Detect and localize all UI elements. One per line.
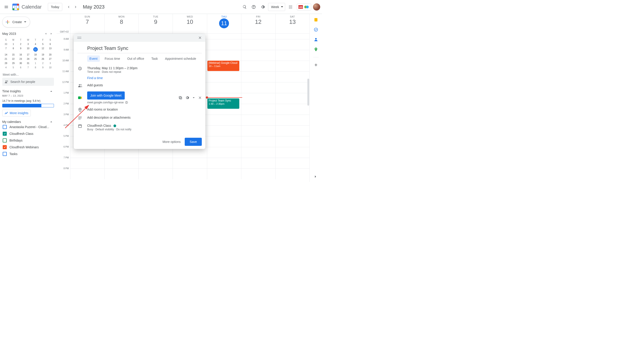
grid-cell[interactable]: [138, 158, 172, 168]
event-type-tab[interactable]: Appointment schedule: [163, 56, 198, 62]
mini-day[interactable]: 20: [46, 52, 54, 57]
calendar-checkbox[interactable]: [3, 145, 7, 149]
mini-day[interactable]: 3: [24, 42, 32, 46]
grid-cell[interactable]: [241, 158, 275, 168]
chevron-down-icon[interactable]: [192, 96, 196, 100]
mini-day[interactable]: 6: [46, 42, 54, 46]
grid-cell[interactable]: [207, 136, 241, 147]
grid-cell[interactable]: [207, 126, 241, 136]
grid-cell[interactable]: [172, 168, 207, 179]
contacts-addon-button[interactable]: [314, 37, 318, 42]
grid-cell[interactable]: [241, 114, 275, 126]
more-options-button[interactable]: More options: [162, 140, 181, 144]
today-button[interactable]: Today: [48, 3, 62, 11]
mini-day[interactable]: 8: [32, 66, 39, 70]
grid-cell[interactable]: [241, 104, 275, 114]
mini-day[interactable]: 30: [17, 61, 24, 66]
day-header[interactable]: TUE9: [138, 14, 172, 34]
mini-day[interactable]: 25: [32, 57, 39, 61]
grid-scrollbar[interactable]: [307, 34, 310, 182]
tasks-addon-button[interactable]: [314, 28, 318, 32]
mini-day[interactable]: 17: [24, 52, 32, 57]
grid-cell[interactable]: [207, 158, 241, 168]
close-modal-button[interactable]: [196, 34, 204, 41]
grid-cell[interactable]: [241, 126, 275, 136]
calendar-event[interactable]: Project Team Sync1:30 – 2:30pm: [208, 98, 239, 109]
mini-day[interactable]: 28: [2, 61, 10, 66]
mini-day[interactable]: 7: [2, 46, 10, 52]
grid-cell[interactable]: [207, 39, 241, 50]
mini-day[interactable]: 16: [17, 52, 24, 57]
event-type-tab[interactable]: Event: [87, 56, 100, 62]
mini-day[interactable]: 12: [39, 46, 46, 52]
mini-day[interactable]: 5: [10, 66, 17, 70]
maps-addon-button[interactable]: [314, 47, 318, 52]
find-a-time-link[interactable]: Find a time: [87, 76, 202, 80]
grid-cell[interactable]: [275, 93, 310, 104]
grid-cell[interactable]: [241, 50, 275, 61]
day-header[interactable]: SUN7: [70, 14, 104, 34]
time-insights-header[interactable]: Time Insights: [2, 90, 54, 93]
mini-day[interactable]: 9: [39, 66, 46, 70]
day-header[interactable]: SAT13: [275, 14, 310, 34]
search-button[interactable]: [240, 2, 249, 12]
calendar-checkbox[interactable]: [3, 132, 7, 136]
event-type-tab[interactable]: Out of office: [125, 56, 146, 62]
add-guests-input[interactable]: Add guests: [87, 83, 202, 87]
mini-day[interactable]: 30: [2, 42, 10, 46]
grid-cell[interactable]: [241, 136, 275, 147]
mini-day[interactable]: 8: [10, 46, 17, 52]
help-icon[interactable]: [125, 101, 128, 104]
more-insights-button[interactable]: More insights: [2, 110, 31, 116]
grid-cell[interactable]: [275, 61, 310, 72]
calendar-list-item[interactable]: Birthdays: [2, 137, 54, 144]
mini-day[interactable]: 9: [17, 46, 24, 52]
mini-day[interactable]: 2: [39, 61, 46, 66]
main-menu-button[interactable]: [2, 2, 11, 12]
google-apps-button[interactable]: [286, 2, 295, 12]
gear-icon[interactable]: [185, 96, 189, 100]
calendar-checkbox[interactable]: [3, 152, 7, 156]
mini-day[interactable]: 2: [17, 42, 24, 46]
get-addons-button[interactable]: [314, 63, 318, 67]
search-people-input[interactable]: Search for people: [2, 78, 54, 86]
grid-cell[interactable]: [70, 158, 104, 168]
grid-cell[interactable]: [207, 82, 241, 93]
mini-day[interactable]: 10: [46, 66, 54, 70]
day-header[interactable]: MON8: [104, 14, 138, 34]
event-title-input[interactable]: Project Team Sync: [77, 44, 202, 53]
grid-cell[interactable]: [104, 158, 138, 168]
mini-day[interactable]: 10: [24, 46, 32, 52]
mini-day[interactable]: 1: [32, 61, 39, 66]
grid-cell[interactable]: [241, 72, 275, 82]
mini-day[interactable]: 14: [2, 52, 10, 57]
event-datetime-text[interactable]: Thursday, May 11 1:30pm – 2:30pm: [87, 66, 202, 70]
mini-day[interactable]: 31: [24, 61, 32, 66]
mini-day[interactable]: 21: [2, 57, 10, 61]
calendar-list-item[interactable]: Anastasiia Puzerei - Cloud...: [2, 124, 54, 130]
grid-cell[interactable]: [275, 82, 310, 93]
mini-day[interactable]: 15: [10, 52, 17, 57]
grid-cell[interactable]: [275, 136, 310, 147]
calendar-list-item[interactable]: Cloudfresh Class: [2, 130, 54, 137]
grid-cell[interactable]: [207, 147, 241, 158]
grid-cell[interactable]: [104, 168, 138, 179]
mini-day[interactable]: 23: [17, 57, 24, 61]
mini-day[interactable]: 3: [46, 61, 54, 66]
create-button[interactable]: Create: [2, 17, 30, 28]
grid-cell[interactable]: [207, 50, 241, 61]
mini-day[interactable]: 11: [32, 46, 39, 52]
event-type-tab[interactable]: Task: [149, 56, 160, 62]
org-brand-badge[interactable]: UIS: [297, 3, 311, 10]
account-avatar[interactable]: [313, 3, 320, 10]
event-calendar-name[interactable]: Cloudfresh Class: [87, 124, 111, 128]
day-header[interactable]: THU11: [207, 14, 241, 34]
keep-addon-button[interactable]: [314, 18, 318, 22]
calendar-checkbox[interactable]: [3, 125, 7, 129]
mini-day[interactable]: 29: [10, 61, 17, 66]
settings-button[interactable]: [258, 2, 267, 12]
grid-cell[interactable]: [207, 72, 241, 82]
day-header[interactable]: FRI12: [241, 14, 275, 34]
mini-next-button[interactable]: [48, 31, 54, 36]
mini-day[interactable]: 27: [46, 57, 54, 61]
